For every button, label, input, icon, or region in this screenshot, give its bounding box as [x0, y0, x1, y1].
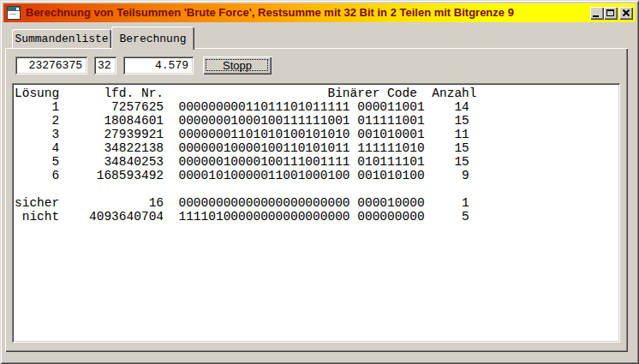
application-window: Berechnung von Teilsummen 'Brute Force',…	[0, 0, 639, 364]
stopp-button[interactable]: Stopp	[203, 57, 272, 75]
window-title: Berechnung von Teilsummen 'Brute Force',…	[26, 3, 514, 22]
caption-buttons	[590, 7, 633, 20]
restsumme-field[interactable]	[15, 57, 87, 75]
close-icon[interactable]	[619, 7, 633, 20]
minimize-icon[interactable]	[590, 7, 604, 20]
maximize-icon[interactable]	[604, 7, 618, 20]
tab-berechnung[interactable]: Berechnung	[111, 27, 194, 50]
output-area[interactable]: Lösung lfd. Nr. Binärer Code Anzahl 1 72…	[12, 83, 620, 343]
results-text: Lösung lfd. Nr. Binärer Code Anzahl 1 72…	[12, 83, 620, 224]
bits-field[interactable]	[94, 57, 116, 75]
time-field[interactable]	[123, 57, 194, 75]
tab-summandenliste[interactable]: Summandenliste	[12, 29, 111, 48]
title-bar[interactable]: Berechnung von Teilsummen 'Brute Force',…	[3, 3, 636, 22]
system-menu-icon[interactable]	[7, 6, 21, 20]
stopp-button-label: Stopp	[223, 59, 252, 72]
